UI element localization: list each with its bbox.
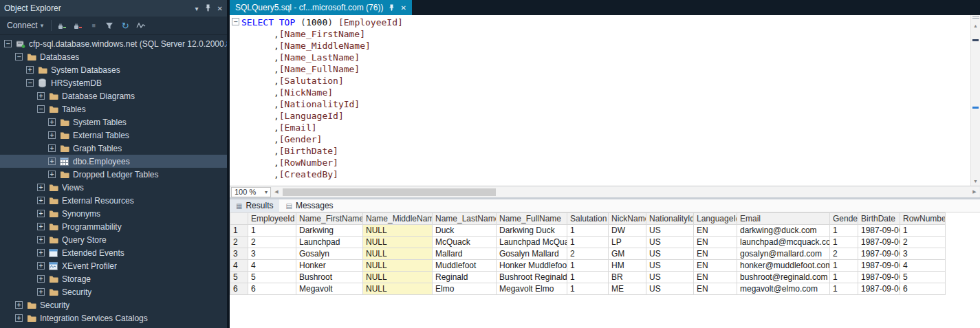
grid-cell[interactable]: Gosalyn Mallard: [497, 248, 567, 260]
grid-cell[interactable]: 1987-09-06: [858, 283, 900, 295]
grid-cell[interactable]: LP: [609, 237, 646, 248]
grid-cell[interactable]: US: [646, 248, 694, 260]
grid-cell[interactable]: NULL: [363, 260, 433, 272]
zoom-selector[interactable]: 100 % ▾: [231, 187, 271, 197]
grid-cell[interactable]: honker@muddlefoot.com: [737, 260, 830, 272]
grid-cell[interactable]: Bushroot: [296, 272, 363, 283]
grid-cell[interactable]: 5: [248, 272, 296, 283]
grid-cell[interactable]: 2: [248, 237, 296, 248]
grid-column-header[interactable]: Name_MiddleName: [363, 213, 433, 225]
grid-column-header[interactable]: NickName: [609, 213, 646, 225]
grid-cell[interactable]: Mallard: [433, 248, 497, 260]
scroll-down-icon[interactable]: ▼: [973, 177, 978, 186]
tree-item-programmability[interactable]: +Programmability: [0, 220, 227, 233]
grid-cell[interactable]: NULL: [363, 272, 433, 283]
grid-cell[interactable]: US: [646, 225, 694, 237]
grid-cell[interactable]: Megavolt: [296, 283, 363, 295]
expand-toggle-icon[interactable]: +: [48, 144, 56, 152]
grid-row-number[interactable]: 4: [230, 260, 248, 272]
expand-toggle-icon[interactable]: +: [15, 314, 23, 322]
expand-toggle-icon[interactable]: +: [15, 301, 23, 309]
grid-column-header[interactable]: Name_LastName: [433, 213, 497, 225]
grid-cell[interactable]: US: [646, 237, 694, 248]
grid-cell[interactable]: 1987-09-06: [858, 248, 900, 260]
grid-cell[interactable]: 1: [830, 237, 858, 248]
grid-cell[interactable]: EN: [694, 272, 737, 283]
pin-icon[interactable]: [205, 4, 211, 13]
tree-item-security[interactable]: +Security: [0, 298, 227, 311]
grid-row-number[interactable]: 2: [230, 237, 248, 248]
tab-results[interactable]: ▦ Results: [230, 199, 279, 212]
tree-item-hrsystemdb[interactable]: −HRSystemDB: [0, 76, 227, 89]
collapse-region-icon[interactable]: −: [232, 18, 239, 25]
grid-cell[interactable]: GM: [609, 248, 646, 260]
disconnect-server-icon[interactable]: [72, 20, 83, 31]
grid-cell[interactable]: bushroot@reginald.com: [737, 272, 830, 283]
grid-cell[interactable]: EN: [694, 248, 737, 260]
grid-row-number[interactable]: 1: [230, 225, 248, 237]
scroll-right-icon[interactable]: ▶: [970, 189, 979, 195]
grid-cell[interactable]: 3: [900, 248, 946, 260]
grid-cell[interactable]: 1: [567, 260, 609, 272]
grid-column-header[interactable]: BirthDate: [858, 213, 900, 225]
grid-cell[interactable]: DW: [609, 225, 646, 237]
grid-cell[interactable]: 3: [248, 248, 296, 260]
tree-item-external-resources[interactable]: +External Resources: [0, 194, 227, 207]
expand-toggle-icon[interactable]: +: [48, 131, 56, 139]
tree-item-database-diagrams[interactable]: +Database Diagrams: [0, 89, 227, 102]
select-all-cell[interactable]: [230, 213, 248, 225]
sql-code[interactable]: SELECT TOP (1000) [EmployeeId] ,[Name_Fi…: [241, 15, 970, 186]
grid-cell[interactable]: 1: [830, 260, 858, 272]
grid-cell[interactable]: gosalyn@mallard.com: [737, 248, 830, 260]
expand-toggle-icon[interactable]: +: [37, 249, 45, 256]
refresh-icon[interactable]: ↻: [120, 20, 131, 31]
grid-cell[interactable]: 6: [248, 283, 296, 295]
grid-cell[interactable]: 4: [900, 260, 946, 272]
expand-toggle-icon[interactable]: +: [48, 118, 56, 126]
expand-toggle-icon[interactable]: +: [48, 171, 56, 178]
grid-cell[interactable]: megavolt@elmo.com: [737, 283, 830, 295]
grid-cell[interactable]: NULL: [363, 225, 433, 237]
grid-cell[interactable]: Duck: [433, 225, 497, 237]
expand-toggle-icon[interactable]: +: [48, 157, 56, 165]
grid-column-header[interactable]: Name_FullName: [497, 213, 567, 225]
activity-monitor-icon[interactable]: [135, 20, 146, 31]
grid-cell[interactable]: Megavolt Elmo: [497, 283, 567, 295]
expand-toggle-icon[interactable]: +: [37, 262, 45, 270]
grid-cell[interactable]: Darkwing: [296, 225, 363, 237]
expand-toggle-icon[interactable]: +: [37, 236, 45, 243]
grid-cell[interactable]: 1: [567, 237, 609, 248]
grid-cell[interactable]: ME: [609, 283, 646, 295]
editor-vertical-scrollbar[interactable]: ▲ ▼: [970, 15, 980, 186]
grid-cell[interactable]: 1987-09-06: [858, 260, 900, 272]
grid-column-header[interactable]: LanguageId: [694, 213, 737, 225]
grid-cell[interactable]: Elmo: [433, 283, 497, 295]
tree-item-integration-services-catalogs[interactable]: +Integration Services Catalogs: [0, 311, 227, 325]
tree-item-databases[interactable]: −Databases: [0, 50, 227, 63]
close-icon[interactable]: ✕: [217, 5, 223, 12]
split-grip-icon[interactable]: [972, 17, 979, 22]
grid-row-number[interactable]: 6: [230, 283, 248, 295]
grid-cell[interactable]: EN: [694, 283, 737, 295]
tree-item-views[interactable]: +Views: [0, 181, 227, 194]
grid-cell[interactable]: 1: [830, 225, 858, 237]
grid-cell[interactable]: NULL: [363, 248, 433, 260]
grid-cell[interactable]: Darkwing Duck: [497, 225, 567, 237]
grid-column-header[interactable]: Salutation: [567, 213, 609, 225]
grid-cell[interactable]: HM: [609, 260, 646, 272]
grid-cell[interactable]: NULL: [363, 283, 433, 295]
tree-item-dbo-employees[interactable]: +dbo.Employees: [0, 155, 227, 168]
expand-toggle-icon[interactable]: +: [37, 184, 45, 191]
grid-column-header[interactable]: Email: [737, 213, 830, 225]
grid-cell[interactable]: McQuack: [433, 237, 497, 248]
grid-column-header[interactable]: NationalityId: [646, 213, 694, 225]
tree-item-dropped-ledger-tables[interactable]: +Dropped Ledger Tables: [0, 168, 227, 181]
collapse-toggle-icon[interactable]: −: [26, 79, 34, 87]
grid-row-number[interactable]: 3: [230, 248, 248, 260]
connect-button[interactable]: Connect ▾: [4, 19, 46, 32]
grid-cell[interactable]: 1: [248, 225, 296, 237]
tree-item-query-store[interactable]: +Query Store: [0, 233, 227, 246]
grid-cell[interactable]: Honker Muddlefoot: [497, 260, 567, 272]
connect-server-icon[interactable]: [56, 20, 67, 31]
scroll-up-icon[interactable]: ▲: [973, 22, 978, 30]
